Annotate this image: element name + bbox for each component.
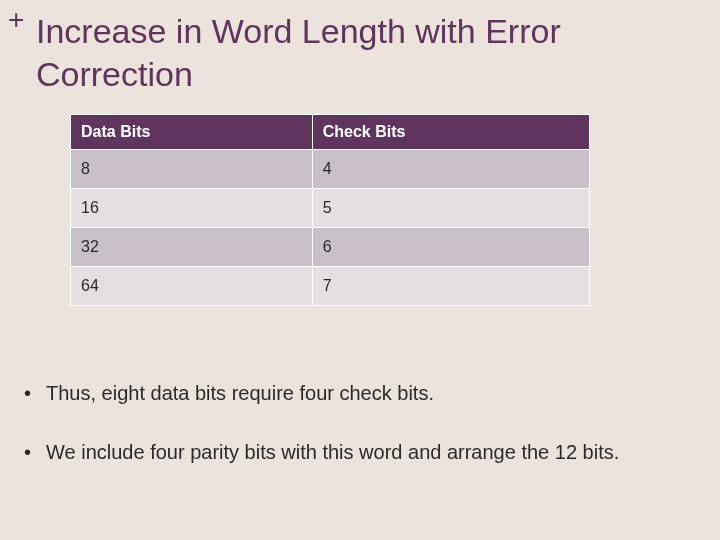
- cell-check-bits: 4: [312, 150, 589, 189]
- bullet-list: Thus, eight data bits require four check…: [24, 380, 690, 498]
- table-row: 8 4: [71, 150, 590, 189]
- cell-data-bits: 64: [71, 267, 313, 306]
- cell-data-bits: 8: [71, 150, 313, 189]
- cell-check-bits: 7: [312, 267, 589, 306]
- cell-data-bits: 32: [71, 228, 313, 267]
- cell-check-bits: 5: [312, 189, 589, 228]
- table-row: 16 5: [71, 189, 590, 228]
- data-table: Data Bits Check Bits 8 4 16 5 32 6 64 7: [70, 114, 590, 306]
- table-row: 64 7: [71, 267, 590, 306]
- list-item: We include four parity bits with this wo…: [24, 439, 690, 466]
- col-header-check-bits: Check Bits: [312, 115, 589, 150]
- list-item: Thus, eight data bits require four check…: [24, 380, 690, 407]
- table-header-row: Data Bits Check Bits: [71, 115, 590, 150]
- plus-icon: +: [8, 6, 24, 34]
- slide-title: Increase in Word Length with Error Corre…: [36, 10, 700, 95]
- col-header-data-bits: Data Bits: [71, 115, 313, 150]
- slide: + Increase in Word Length with Error Cor…: [0, 0, 720, 540]
- table-row: 32 6: [71, 228, 590, 267]
- cell-check-bits: 6: [312, 228, 589, 267]
- cell-data-bits: 16: [71, 189, 313, 228]
